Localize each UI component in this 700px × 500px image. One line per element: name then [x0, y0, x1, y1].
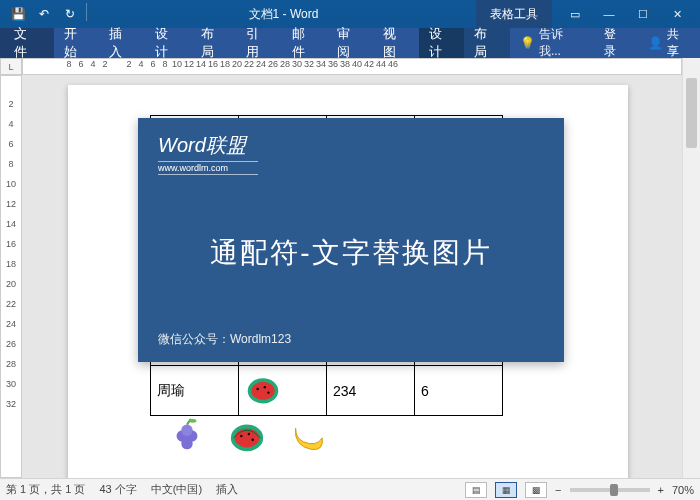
tab-design[interactable]: 设计	[145, 28, 191, 58]
zoom-out-button[interactable]: −	[555, 484, 561, 496]
svg-point-13	[248, 433, 250, 435]
vruler-tick: 12	[1, 196, 21, 216]
vruler-tick: 26	[1, 336, 21, 356]
ruler-tick: 22	[243, 59, 255, 69]
tab-mailings[interactable]: 邮件	[282, 28, 328, 58]
overlay-logo-rest: 联盟	[206, 134, 246, 156]
vruler-tick: 22	[1, 296, 21, 316]
ruler-tick: 46	[387, 59, 399, 69]
status-word-count[interactable]: 43 个字	[99, 482, 136, 497]
vruler-tick	[1, 76, 21, 96]
lightbulb-icon: 💡	[520, 36, 535, 50]
vruler-tick: 2	[1, 96, 21, 116]
minimize-button[interactable]: —	[594, 4, 624, 24]
ruler-tick: 4	[135, 59, 147, 69]
view-read-mode[interactable]: ▤	[465, 482, 487, 498]
vruler-tick: 28	[1, 356, 21, 376]
status-insert-mode[interactable]: 插入	[216, 482, 238, 497]
vertical-ruler[interactable]: 2468101214161820222426283032	[0, 75, 22, 478]
status-page[interactable]: 第 1 页，共 1 页	[6, 482, 85, 497]
ruler-tick: 24	[255, 59, 267, 69]
tab-insert[interactable]: 插入	[99, 28, 145, 58]
ruler-tick: 6	[75, 59, 87, 69]
overlay-footer: 微信公众号：Wordlm123	[158, 331, 544, 348]
qat-separator	[86, 3, 87, 21]
view-web-layout[interactable]: ▩	[525, 482, 547, 498]
tab-view[interactable]: 视图	[373, 28, 419, 58]
maximize-button[interactable]: ☐	[628, 4, 658, 24]
tab-review[interactable]: 审阅	[327, 28, 373, 58]
ruler-tick: 34	[315, 59, 327, 69]
ruler-tick: 26	[267, 59, 279, 69]
overlay-url: www.wordlm.com	[158, 161, 258, 175]
title-overlay: Word联盟 www.wordlm.com 通配符-文字替换图片 微信公众号：W…	[138, 118, 564, 362]
tab-home[interactable]: 开始	[54, 28, 100, 58]
ruler-tick: 30	[291, 59, 303, 69]
table-cell[interactable]: 周瑜	[151, 366, 239, 416]
ruler-tick: 2	[123, 59, 135, 69]
ruler-tick: 8	[159, 59, 171, 69]
zoom-in-button[interactable]: +	[658, 484, 664, 496]
table-cell[interactable]: 234	[327, 366, 415, 416]
tell-me-search[interactable]: 💡告诉我...	[510, 28, 594, 58]
vruler-tick: 32	[1, 396, 21, 416]
ruler-tick: 6	[147, 59, 159, 69]
tab-layout[interactable]: 布局	[191, 28, 237, 58]
ruler-tick: 38	[339, 59, 351, 69]
close-button[interactable]: ✕	[662, 4, 692, 24]
ruler-corner[interactable]: L	[0, 58, 22, 75]
document-title: 文档1 - Word	[95, 6, 472, 23]
vruler-tick: 30	[1, 376, 21, 396]
table-row[interactable]: 周瑜2346	[151, 366, 503, 416]
svg-point-14	[251, 439, 253, 441]
vruler-tick: 16	[1, 236, 21, 256]
zoom-slider[interactable]	[570, 488, 650, 492]
ruler-tick: 14	[195, 59, 207, 69]
table-cell[interactable]: 6	[415, 366, 503, 416]
tab-table-layout[interactable]: 布局	[464, 28, 510, 58]
ruler-tick: 42	[363, 59, 375, 69]
svg-point-4	[267, 391, 269, 393]
ruler-tick: 28	[279, 59, 291, 69]
grapes-icon	[168, 417, 206, 455]
login-button[interactable]: 登录	[594, 28, 638, 58]
status-language[interactable]: 中文(中国)	[151, 482, 202, 497]
banana-icon	[288, 417, 326, 455]
svg-point-11	[235, 428, 260, 447]
vruler-tick: 10	[1, 176, 21, 196]
vruler-tick: 8	[1, 156, 21, 176]
ruler-tick: 32	[303, 59, 315, 69]
svg-point-8	[181, 425, 192, 436]
watermelon-cell-icon[interactable]	[239, 366, 327, 416]
redo-button[interactable]: ↻	[58, 3, 82, 25]
share-button[interactable]: 👤共享	[638, 28, 700, 58]
ruler-tick: 40	[351, 59, 363, 69]
share-icon: 👤	[648, 36, 663, 50]
undo-button[interactable]: ↶	[32, 3, 56, 25]
svg-point-7	[181, 438, 192, 449]
vertical-scrollbar[interactable]	[682, 58, 700, 478]
svg-point-9	[189, 419, 197, 423]
vruler-tick: 4	[1, 116, 21, 136]
ruler-tick: 44	[375, 59, 387, 69]
ruler-tick: 18	[219, 59, 231, 69]
tab-references[interactable]: 引用	[236, 28, 282, 58]
scroll-thumb[interactable]	[686, 78, 697, 148]
vruler-tick: 6	[1, 136, 21, 156]
tab-table-design[interactable]: 设计	[419, 28, 465, 58]
svg-point-12	[240, 435, 242, 437]
ruler-tick: 2	[99, 59, 111, 69]
ruler-tick: 4	[87, 59, 99, 69]
ruler-tick: 10	[171, 59, 183, 69]
watermelon-icon	[228, 417, 266, 455]
tab-file[interactable]: 文件	[0, 28, 54, 58]
save-button[interactable]: 💾	[6, 3, 30, 25]
horizontal-ruler[interactable]: 8642246810121416182022242628303234363840…	[22, 58, 682, 75]
svg-point-1	[251, 382, 274, 400]
svg-point-3	[264, 386, 266, 388]
ruler-tick	[111, 59, 123, 69]
context-tool-label: 表格工具	[476, 0, 552, 28]
zoom-level[interactable]: 70%	[672, 484, 694, 496]
ribbon-display-icon[interactable]: ▭	[560, 4, 590, 24]
view-print-layout[interactable]: ▦	[495, 482, 517, 498]
